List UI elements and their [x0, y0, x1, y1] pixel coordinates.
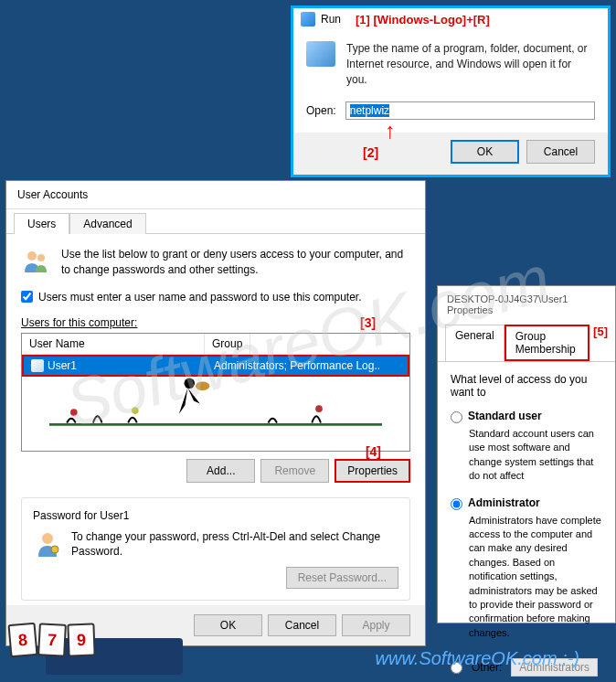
- ua-cancel-button[interactable]: Cancel: [268, 614, 336, 636]
- require-password-checkbox[interactable]: [21, 291, 33, 303]
- svg-point-6: [315, 405, 323, 412]
- run-body: Type the name of a program, folder, docu…: [293, 30, 608, 98]
- svg-point-3: [196, 381, 209, 390]
- radio-admin[interactable]: [451, 498, 462, 510]
- run-input[interactable]: netplwiz: [345, 101, 595, 120]
- cell-group: Administrators; Performance Log..: [207, 357, 388, 375]
- arrow-icon: ↑: [385, 118, 396, 144]
- users-list: [3] User Name Group User1 Administrators…: [21, 333, 410, 452]
- run-app-icon: [301, 12, 315, 27]
- run-buttons: OK Cancel: [293, 133, 608, 175]
- ua-content: Use the list below to grant or deny user…: [6, 233, 425, 613]
- remove-button[interactable]: Remove: [260, 459, 329, 483]
- svg-point-7: [42, 533, 53, 544]
- card-7: 7: [37, 623, 67, 657]
- list-buttons: Add... Remove Properties: [21, 459, 410, 483]
- svg-point-0: [27, 251, 37, 261]
- user-properties-dialog: DESKTOP-0JJ4G37\User1 Properties General…: [437, 285, 616, 623]
- run-ok-button[interactable]: OK: [451, 140, 519, 164]
- properties-button[interactable]: Properties: [335, 459, 410, 483]
- decorative-silhouette: [49, 370, 382, 434]
- desc-standard: Standard account users can use most soft…: [469, 427, 602, 484]
- password-text: To change your password, press Ctrl-Alt-…: [71, 529, 398, 560]
- props-tabs: General Group Membership [5]: [438, 323, 615, 361]
- props-title: DESKTOP-0JJ4G37\User1 Properties: [438, 286, 615, 323]
- ua-intro: Use the list below to grant or deny user…: [21, 247, 410, 278]
- col-username[interactable]: User Name: [22, 334, 205, 354]
- ua-apply-button[interactable]: Apply: [342, 614, 410, 636]
- card-8: 8: [7, 623, 37, 657]
- annotation-2: [2]: [363, 145, 378, 160]
- ua-title: User Accounts: [6, 181, 425, 209]
- user-icon: [31, 359, 44, 372]
- tab-advanced[interactable]: Advanced: [69, 213, 145, 234]
- run-title-bar: Run [1] [Windows-Logo]+[R]: [293, 8, 608, 30]
- annotation-4: [4]: [366, 444, 381, 459]
- props-content: What level of access do you want to Stan…: [438, 361, 615, 682]
- checkbox-label: Users must enter a user name and passwor…: [38, 291, 362, 304]
- run-title: Run: [321, 13, 341, 26]
- label-standard: Standard user: [468, 410, 542, 422]
- run-open-row: Open: netplwiz: [293, 98, 608, 133]
- col-group[interactable]: Group: [205, 334, 250, 354]
- reset-password-button[interactable]: Reset Password...: [286, 567, 398, 589]
- list-row-user1[interactable]: User1 Administrators; Performance Log..: [22, 355, 409, 377]
- password-section: Password for User1 To change your passwo…: [21, 497, 410, 602]
- run-cancel-button[interactable]: Cancel: [526, 140, 595, 164]
- footer-cards: 8 7 9: [9, 623, 95, 656]
- ua-intro-text: Use the list below to grant or deny user…: [61, 247, 410, 278]
- svg-point-4: [70, 409, 78, 416]
- add-button[interactable]: Add...: [186, 459, 255, 483]
- cell-username: User1: [48, 359, 77, 372]
- label-admin: Administrator: [468, 496, 540, 509]
- annotation-3: [3]: [360, 315, 376, 330]
- radio-standard[interactable]: [451, 411, 462, 423]
- password-body: To change your password, press Ctrl-Alt-…: [33, 529, 398, 560]
- svg-point-2: [185, 378, 195, 388]
- tab-users[interactable]: Users: [14, 213, 69, 234]
- tab-group-membership[interactable]: Group Membership: [504, 325, 589, 361]
- ua-tabs: Users Advanced: [6, 209, 425, 234]
- desc-admin: Administrators have complete access to t…: [469, 514, 602, 641]
- password-label: Password for User1: [33, 509, 398, 522]
- tab-general[interactable]: General: [445, 325, 504, 361]
- card-9: 9: [67, 623, 95, 656]
- svg-point-5: [132, 407, 139, 414]
- password-icon: [33, 529, 62, 559]
- run-open-label: Open:: [306, 104, 336, 117]
- annotation-1: [1] [Windows-Logo]+[R]: [356, 13, 490, 27]
- run-dialog: Run [1] [Windows-Logo]+[R] Type the name…: [291, 5, 611, 177]
- svg-point-8: [51, 546, 58, 553]
- users-list-label: Users for this computer:: [21, 316, 410, 329]
- annotation-5: [5]: [593, 325, 608, 361]
- svg-point-1: [37, 254, 45, 261]
- run-program-icon: [306, 41, 335, 67]
- footer-url: www.SoftwareOK.com :-): [376, 648, 579, 669]
- ua-ok-button[interactable]: OK: [194, 614, 262, 636]
- ua-checkbox-row: Users must enter a user name and passwor…: [21, 291, 410, 304]
- list-header: User Name Group: [22, 334, 409, 355]
- users-icon: [21, 247, 50, 276]
- access-question: What level of access do you want to: [451, 373, 602, 399]
- user-accounts-dialog: User Accounts Users Advanced Use the lis…: [5, 180, 426, 646]
- run-instruction: Type the name of a program, folder, docu…: [346, 41, 595, 87]
